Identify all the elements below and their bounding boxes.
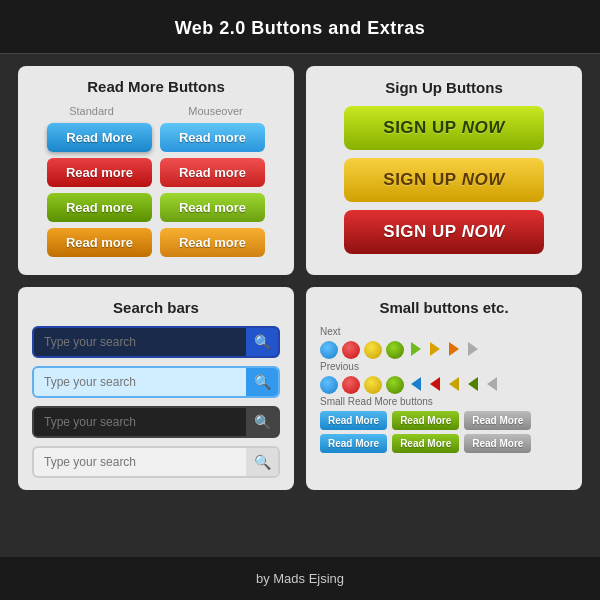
read-more-red-std[interactable]: Read more (47, 158, 152, 187)
read-more-orange-hover[interactable]: Read more (160, 228, 265, 257)
dot-red[interactable] (342, 341, 360, 359)
signup-section: Sign Up Buttons SIGN UP NOW SIGN UP NOW … (306, 66, 582, 275)
arrow-left-blue[interactable] (408, 376, 424, 392)
search-bar-light-blue: 🔍 (32, 366, 280, 398)
dot-green-prev[interactable] (386, 376, 404, 394)
search-button-light-gray[interactable]: 🔍 (246, 448, 278, 476)
read-more-green-std[interactable]: Read more (47, 193, 152, 222)
search-bar-light-gray: 🔍 (32, 446, 280, 478)
read-more-section: Read More Buttons Standard Mouseover Rea… (18, 66, 294, 275)
search-bars-container: 🔍 🔍 🔍 🔍 (32, 326, 280, 478)
read-more-orange-std[interactable]: Read more (47, 228, 152, 257)
signup-lime[interactable]: SIGN UP NOW (344, 106, 544, 150)
prev-dots-row (320, 376, 568, 394)
dot-red-prev[interactable] (342, 376, 360, 394)
small-rm-gray-2[interactable]: Read More (464, 434, 531, 453)
standard-label: Standard (69, 105, 114, 117)
dot-blue[interactable] (320, 341, 338, 359)
search-bar-dark-blue: 🔍 (32, 326, 280, 358)
page-title: Web 2.0 Buttons and Extras (0, 18, 600, 39)
dot-green[interactable] (386, 341, 404, 359)
prev-arrow-row (408, 376, 500, 392)
search-button-dark-blue[interactable]: 🔍 (246, 328, 278, 356)
signup-yellow[interactable]: SIGN UP NOW (344, 158, 544, 202)
small-title: Small buttons etc. (320, 299, 568, 316)
next-label: Next (320, 326, 568, 337)
read-more-blue-std[interactable]: Read More (47, 123, 152, 152)
next-dots-row (320, 341, 568, 359)
read-more-title: Read More Buttons (32, 78, 280, 95)
arrow-right-orange[interactable] (446, 341, 462, 357)
small-rm-green-2[interactable]: Read More (392, 434, 459, 453)
search-input-dark-blue[interactable] (34, 328, 246, 356)
btn-row-3: Read more Read more (32, 193, 280, 222)
btn-row-4: Read more Read more (32, 228, 280, 257)
footer: by Mads Ejsing (0, 557, 600, 600)
next-arrow-row (408, 341, 481, 357)
previous-label: Previous (320, 361, 568, 372)
small-rm-gray-1[interactable]: Read More (464, 411, 531, 430)
small-rm-row-1: Read More Read More Read More (320, 411, 568, 430)
arrow-right-green[interactable] (408, 341, 424, 357)
footer-credit: by Mads Ejsing (0, 571, 600, 586)
arrow-left-yellow[interactable] (446, 376, 462, 392)
arrow-left-red[interactable] (427, 376, 443, 392)
arrow-right-yellow[interactable] (427, 341, 443, 357)
search-bar-dark-gray: 🔍 (32, 406, 280, 438)
dot-yellow[interactable] (364, 341, 382, 359)
search-section: Search bars 🔍 🔍 🔍 🔍 (18, 287, 294, 490)
arrow-left-green[interactable] (465, 376, 481, 392)
search-input-light-gray[interactable] (34, 448, 246, 476)
search-button-light-blue[interactable]: 🔍 (246, 368, 278, 396)
search-button-dark-gray[interactable]: 🔍 (246, 408, 278, 436)
arrow-left-gray[interactable] (484, 376, 500, 392)
search-input-light-blue[interactable] (34, 368, 246, 396)
small-rm-green-1[interactable]: Read More (392, 411, 459, 430)
arrow-right-gray[interactable] (465, 341, 481, 357)
search-title: Search bars (32, 299, 280, 316)
small-rm-blue-1[interactable]: Read More (320, 411, 387, 430)
read-more-red-hover[interactable]: Read more (160, 158, 265, 187)
mouseover-label: Mouseover (188, 105, 242, 117)
search-input-dark-gray[interactable] (34, 408, 246, 436)
dot-blue-prev[interactable] (320, 376, 338, 394)
read-more-blue-hover[interactable]: Read more (160, 123, 265, 152)
col-labels: Standard Mouseover (32, 105, 280, 117)
dot-yellow-prev[interactable] (364, 376, 382, 394)
btn-row-2: Read more Read more (32, 158, 280, 187)
small-rm-label: Small Read More buttons (320, 396, 568, 407)
small-rm-row-2: Read More Read More Read More (320, 434, 568, 453)
signup-red[interactable]: SIGN UP NOW (344, 210, 544, 254)
main-content: Read More Buttons Standard Mouseover Rea… (0, 54, 600, 502)
btn-row-1: Read More Read more (32, 123, 280, 152)
small-rm-blue-2[interactable]: Read More (320, 434, 387, 453)
signup-title: Sign Up Buttons (385, 79, 502, 96)
read-more-green-hover[interactable]: Read more (160, 193, 265, 222)
small-section: Small buttons etc. Next Previous (306, 287, 582, 490)
header: Web 2.0 Buttons and Extras (0, 0, 600, 54)
